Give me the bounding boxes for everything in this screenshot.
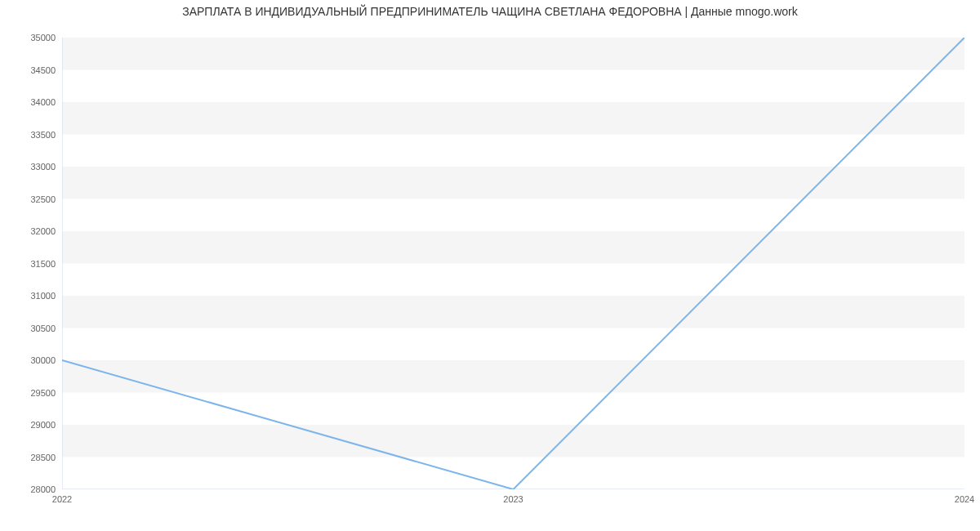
chart-title: ЗАРПЛАТА В ИНДИВИДУАЛЬНЫЙ ПРЕДПРИНИМАТЕЛ… bbox=[0, 5, 980, 18]
y-tick-label: 31000 bbox=[30, 291, 56, 301]
y-tick-label: 32000 bbox=[30, 226, 56, 236]
svg-rect-1 bbox=[62, 360, 964, 393]
y-tick-label: 34500 bbox=[30, 65, 56, 75]
chart-svg bbox=[62, 38, 964, 489]
svg-rect-5 bbox=[62, 102, 964, 135]
y-tick-label: 30500 bbox=[30, 324, 56, 333]
svg-rect-0 bbox=[62, 425, 964, 457]
y-tick-label: 34000 bbox=[30, 97, 56, 107]
y-tick-label: 31500 bbox=[30, 259, 56, 269]
y-tick-label: 32500 bbox=[30, 194, 56, 204]
plot-area: 2800028500290002950030000305003100031500… bbox=[62, 38, 964, 489]
x-tick-label: 2022 bbox=[52, 494, 72, 504]
y-tick-label: 29000 bbox=[30, 420, 56, 430]
y-tick-label: 35000 bbox=[30, 33, 56, 42]
svg-rect-6 bbox=[62, 38, 964, 70]
y-tick-label: 28500 bbox=[30, 453, 56, 462]
y-tick-label: 29500 bbox=[30, 388, 56, 398]
chart-container: ЗАРПЛАТА В ИНДИВИДУАЛЬНЫЙ ПРЕДПРИНИМАТЕЛ… bbox=[0, 0, 980, 531]
x-tick-label: 2023 bbox=[503, 494, 523, 504]
y-tick-label: 33000 bbox=[30, 162, 56, 172]
svg-rect-3 bbox=[62, 231, 964, 264]
y-tick-label: 28000 bbox=[30, 484, 56, 494]
y-tick-label: 33500 bbox=[30, 130, 56, 140]
svg-rect-2 bbox=[62, 296, 964, 328]
y-tick-label: 30000 bbox=[30, 355, 56, 365]
svg-rect-4 bbox=[62, 167, 964, 199]
x-tick-label: 2024 bbox=[955, 494, 974, 504]
